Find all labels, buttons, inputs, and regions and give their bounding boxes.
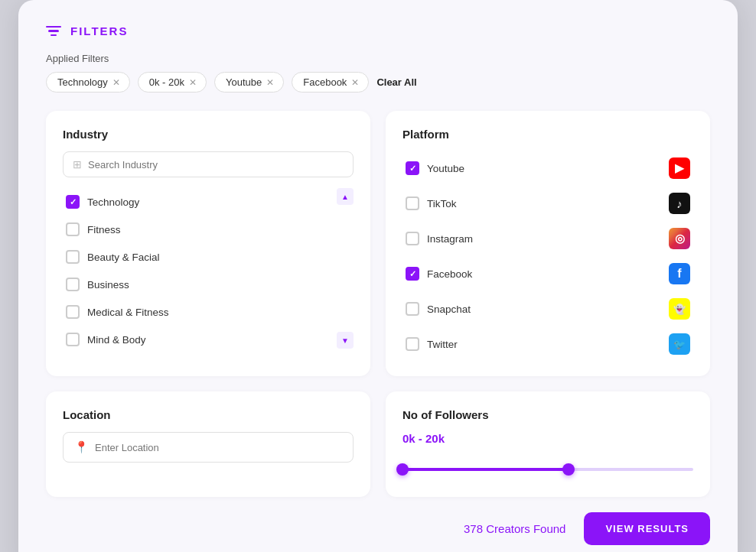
- platform-item-twitter[interactable]: Twitter 🐦: [402, 327, 693, 361]
- filter-tag-facebook-label: Facebook: [303, 76, 347, 88]
- platform-title: Platform: [402, 128, 693, 141]
- platform-label-twitter: Twitter: [427, 339, 458, 350]
- platform-label-instagram: Instagram: [427, 233, 473, 245]
- filter-icon: [46, 26, 61, 37]
- platform-item-instagram[interactable]: Instagram ◎: [402, 222, 693, 255]
- twitter-icon: 🐦: [669, 333, 690, 355]
- checkbox-business[interactable]: [66, 278, 80, 291]
- industry-panel: Industry ⊞ ▲ Technology Fitness: [46, 111, 370, 376]
- clear-all-button[interactable]: Clear All: [376, 76, 416, 88]
- range-thumb-right[interactable]: [562, 463, 575, 476]
- platform-left-tiktok: TikTok: [406, 196, 457, 210]
- platform-panel: Platform Youtube ▶ TikTok ♪: [386, 111, 710, 376]
- industry-list: Technology Fitness Beauty & Facial Busin…: [63, 188, 354, 349]
- tiktok-icon: ♪: [669, 193, 690, 214]
- industry-item-business[interactable]: Business: [63, 271, 347, 298]
- view-results-button[interactable]: VIEW RESULTS: [584, 512, 710, 545]
- checkbox-instagram[interactable]: [406, 232, 419, 245]
- industry-item-technology[interactable]: Technology: [63, 188, 347, 216]
- platform-item-snapchat[interactable]: Snapchat 👻: [402, 292, 693, 326]
- applied-filters-label: Applied Filters: [46, 53, 710, 64]
- remove-youtube-icon[interactable]: ✕: [266, 77, 274, 88]
- checkbox-medical-fitness[interactable]: [66, 305, 80, 319]
- snapchat-icon: 👻: [669, 298, 690, 320]
- scroll-down-button[interactable]: ▼: [337, 332, 354, 349]
- location-title: Location: [63, 408, 354, 421]
- followers-title: No of Followers: [402, 408, 693, 421]
- industry-item-beauty-facial[interactable]: Beauty & Facial: [63, 243, 347, 271]
- remove-technology-icon[interactable]: ✕: [112, 77, 120, 88]
- instagram-icon: ◎: [669, 228, 690, 249]
- platform-left-instagram: Instagram: [406, 232, 473, 245]
- platform-item-facebook[interactable]: Facebook f: [402, 257, 693, 291]
- location-panel: Location 📍: [46, 391, 370, 497]
- checkbox-youtube[interactable]: [406, 161, 419, 175]
- checkbox-twitter[interactable]: [406, 337, 419, 351]
- checkbox-beauty-facial[interactable]: [66, 250, 80, 264]
- industry-item-medical-fitness[interactable]: Medical & Fitness: [63, 298, 347, 326]
- pin-icon: 📍: [74, 440, 89, 454]
- industry-search-wrap: ⊞: [63, 151, 354, 177]
- platform-left-twitter: Twitter: [406, 337, 458, 351]
- scroll-up-button[interactable]: ▲: [337, 188, 354, 205]
- filter-tag-youtube[interactable]: Youtube ✕: [214, 72, 284, 93]
- platform-left-youtube: Youtube: [406, 161, 464, 175]
- checkbox-tiktok[interactable]: [406, 196, 419, 210]
- platform-item-youtube[interactable]: Youtube ▶: [402, 151, 693, 185]
- filter-card: FILTERS Applied Filters Technology ✕ 0k …: [18, 0, 738, 552]
- remove-ok20k-icon[interactable]: ✕: [189, 77, 197, 88]
- industry-label-fitness: Fitness: [87, 224, 121, 235]
- filter-tag-technology[interactable]: Technology ✕: [46, 72, 130, 93]
- creators-found: 378 Creators Found: [464, 522, 565, 535]
- location-input-wrap: 📍: [63, 432, 354, 463]
- industry-label-technology: Technology: [87, 196, 139, 208]
- checkbox-snapchat[interactable]: [406, 302, 419, 316]
- filter-tag-youtube-label: Youtube: [226, 76, 262, 88]
- filter-tags: Technology ✕ 0k - 20k ✕ Youtube ✕ Facebo…: [46, 72, 710, 93]
- filter-tag-technology-label: Technology: [57, 76, 108, 88]
- platform-left-facebook: Facebook: [406, 267, 472, 281]
- location-input[interactable]: [95, 442, 342, 453]
- industry-list-wrap: ▲ Technology Fitness Beauty & Facial: [63, 188, 354, 349]
- platform-item-tiktok[interactable]: TikTok ♪: [402, 187, 693, 220]
- checkbox-mind-body[interactable]: [66, 333, 80, 346]
- industry-item-mind-body[interactable]: Mind & Body: [63, 326, 347, 349]
- filter-tag-ok20k-label: 0k - 20k: [149, 76, 184, 88]
- page-title: FILTERS: [70, 24, 128, 37]
- platform-label-snapchat: Snapchat: [427, 304, 471, 315]
- industry-title: Industry: [63, 128, 354, 141]
- grid-icon: ⊞: [73, 158, 82, 170]
- followers-range: 0k - 20k: [402, 432, 693, 445]
- header: FILTERS: [46, 24, 710, 37]
- panels: Industry ⊞ ▲ Technology Fitness: [46, 111, 710, 497]
- range-fill: [402, 468, 569, 471]
- platform-left-snapchat: Snapchat: [406, 302, 471, 316]
- platform-label-facebook: Facebook: [427, 268, 472, 280]
- checkbox-facebook[interactable]: [406, 267, 419, 281]
- industry-label-business: Business: [87, 279, 129, 291]
- filter-tag-ok20k[interactable]: 0k - 20k ✕: [138, 72, 207, 93]
- industry-search-input[interactable]: [88, 159, 344, 170]
- checkbox-technology[interactable]: [66, 195, 80, 209]
- industry-label-beauty-facial: Beauty & Facial: [87, 252, 160, 263]
- followers-panel: No of Followers 0k - 20k: [386, 391, 710, 497]
- youtube-icon: ▶: [669, 157, 690, 179]
- checkbox-fitness[interactable]: [66, 222, 80, 236]
- industry-label-mind-body: Mind & Body: [87, 334, 146, 346]
- remove-facebook-icon[interactable]: ✕: [351, 77, 359, 88]
- industry-item-fitness[interactable]: Fitness: [63, 216, 347, 243]
- platform-label-tiktok: TikTok: [427, 198, 457, 209]
- industry-label-medical-fitness: Medical & Fitness: [87, 307, 169, 318]
- facebook-icon: f: [669, 263, 690, 284]
- platform-list: Youtube ▶ TikTok ♪ Instagram: [402, 151, 693, 361]
- filter-tag-facebook[interactable]: Facebook ✕: [292, 72, 369, 93]
- platform-label-youtube: Youtube: [427, 163, 464, 174]
- range-track: [402, 468, 693, 471]
- range-thumb-left[interactable]: [396, 463, 409, 476]
- range-slider[interactable]: [402, 457, 693, 482]
- footer: 378 Creators Found VIEW RESULTS: [46, 512, 710, 545]
